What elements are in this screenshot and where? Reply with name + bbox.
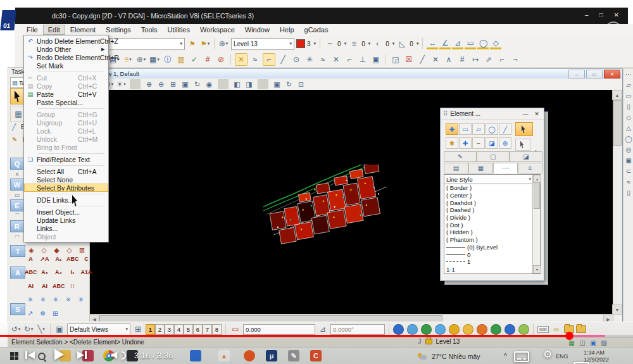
lock-icon[interactable] [425,339,432,344]
taskbar-app-icon[interactable] [244,350,255,361]
line-style-item[interactable]: 1-1 [444,266,533,273]
cell-tool-icon[interactable]: ✳ [37,296,48,304]
transparency-icon[interactable]: ◐ [372,38,384,49]
geo-tool-icon[interactable] [491,324,501,335]
text-tool-icon[interactable]: ∷ [66,283,78,289]
manipulate-tool-icon[interactable]: ⊂ [626,168,631,175]
task-shortcut-cell[interactable]: A [10,267,25,279]
view-tool-icon[interactable] [218,79,229,89]
toolbar-icon[interactable]: ⓘ [162,54,173,65]
view-tool-icon[interactable]: ◉ [204,79,215,89]
settings-gear-icon[interactable]: ⚙ [543,349,552,360]
next-button[interactable] [77,351,87,359]
geo-tool-icon[interactable] [421,324,432,335]
toolbar-icon[interactable]: ⊕ [135,54,147,65]
manipulate-tool-icon[interactable]: ▱ [626,82,631,89]
text-tool-icon[interactable]: ABC [66,256,78,262]
active-level-combo[interactable]: Level 13▾ [231,38,294,50]
active-color-swatch[interactable] [296,39,305,48]
tag-tool-icon[interactable]: ◈ [26,246,37,254]
menubar-item[interactable]: Element [65,25,101,35]
priority-icon[interactable]: ◺ [396,38,408,49]
cell-tool-icon[interactable]: ❄ [37,310,48,318]
selection-method-icon[interactable]: ▱ [472,123,485,135]
edit-menu-item[interactable]: Set Mark [24,61,108,70]
coordinate-field[interactable]: 0.000 [243,324,315,335]
cell-tool-icon[interactable]: ✳ [25,296,35,304]
toolbar-icon[interactable]: ✳ [304,54,315,65]
text-tool-icon[interactable]: A [25,256,37,262]
geo-tool-icon[interactable] [518,324,529,335]
attribute-tab[interactable]: ✎ [444,151,477,162]
folder-icon[interactable] [576,325,586,333]
manipulate-tool-icon[interactable]: ▯ [627,190,630,196]
toolbar-icon[interactable]: ╱ [417,54,428,65]
text-tool-icon[interactable]: AI [39,283,51,289]
task-shortcut-cell[interactable]: S [10,303,25,315]
dimension-tool-icon[interactable]: ↔ [427,38,438,49]
dimension-tool-icon[interactable]: ∠ [439,38,451,49]
edit-menu-item[interactable]: Links... [24,224,108,232]
task-shortcut-cell[interactable]: Q [10,158,24,170]
menubar-item[interactable]: gCadas [299,25,334,35]
manipulate-tool-icon[interactable]: ⋯ [625,72,632,78]
list-scrollbar[interactable]: ▴ ▾ [532,175,540,273]
view-tool-icon[interactable]: ⊡ [296,79,306,89]
toolbar-icon[interactable]: ⊙ [291,54,302,65]
view-nav-icon[interactable]: ↺ [10,323,22,335]
line-style-item[interactable]: 0 [444,251,533,258]
attribute-tab[interactable]: ▢ [477,151,510,162]
tag-tool-icon[interactable]: ◇ [64,246,75,254]
text-tool-icon[interactable]: A₂ [39,269,51,275]
scroll-down-arrow[interactable]: ▾ [533,265,541,273]
symbology-tab[interactable]: ▦ [468,163,493,173]
toolbar-icon[interactable]: ✕ [430,54,441,65]
view-group-combo[interactable]: Default Views▾ [67,323,130,336]
edit-menu-item[interactable]: Lock Ctrl+L [24,127,108,135]
text-tool-icon[interactable]: A₄ [53,269,65,275]
view-tool-icon[interactable]: ☀ [116,79,127,89]
view-number-button[interactable]: 1 [146,324,155,335]
line-style-item[interactable]: (0) ByLevel [444,244,533,251]
edit-menu-item[interactable]: ↷ Redo Delete Element Ctrl+R [24,53,108,61]
edit-menu-item[interactable]: ❏ Find/Replace Text [24,155,108,163]
line-style-item[interactable]: ( Divide ) [444,214,533,222]
selection-mode-icon[interactable]: ✚ [459,137,472,149]
manipulate-tool-icon[interactable]: ◇ [626,115,631,121]
text-tool-icon[interactable]: C [80,256,92,262]
view-tool-icon[interactable]: ◨ [244,79,254,89]
view-tool-icon[interactable] [258,79,268,89]
toolbar-icon[interactable]: ⌐ [344,54,355,65]
taskbar-app-icon[interactable]: μ [266,350,277,361]
geo-tool-icon[interactable] [477,324,487,335]
edit-menu-item[interactable]: Object [24,232,108,241]
link-icon[interactable]: ∞ [551,323,562,335]
menubar-item[interactable]: Utilities [163,25,195,35]
menubar-item[interactable]: Help [275,25,299,35]
view-titlebar[interactable]: View 1, Default [89,69,622,78]
task-shortcut-cell[interactable]: ▭ [10,191,24,199]
task-shortcut-cell[interactable]: R [10,220,24,232]
selection-method-icon[interactable]: ▭ [459,123,472,135]
toolbar-icon[interactable]: ◲ [390,54,401,65]
toolbar-icon[interactable]: ⊘ [215,54,227,65]
menubar-item[interactable]: File [22,25,43,35]
chevron-down-icon[interactable]: ▾ [417,41,419,46]
status-icon[interactable]: ▨ [600,339,608,346]
taskbar-app-icon[interactable] [190,350,201,361]
taskbar-app-icon[interactable]: C [310,350,322,361]
status-icon[interactable]: ▣ [589,339,597,346]
toolbar-icon[interactable]: ∧ [443,54,454,65]
line-style-item[interactable]: ( Dot ) [444,221,533,229]
weather-label[interactable]: 27°C Nhiều mây [432,353,480,360]
text-tool-icon[interactable]: ABC [25,269,37,275]
toolbar-icon[interactable]: ⌐ [263,53,275,66]
text-tool-icon[interactable]: ABC [53,283,65,289]
toolbar-icon[interactable]: ⌐ [496,54,508,65]
cell-tool-icon[interactable]: ✳ [63,296,73,304]
cell-tool-icon[interactable]: ↗ [25,310,35,318]
view-tool-icon[interactable]: ▣ [272,79,282,89]
geo-tool-icon[interactable] [505,324,515,335]
edit-menu-item[interactable]: DDE Links... [24,196,108,204]
dialog-titlebar[interactable]: ⠿ Element ... — ✕ [441,108,544,120]
